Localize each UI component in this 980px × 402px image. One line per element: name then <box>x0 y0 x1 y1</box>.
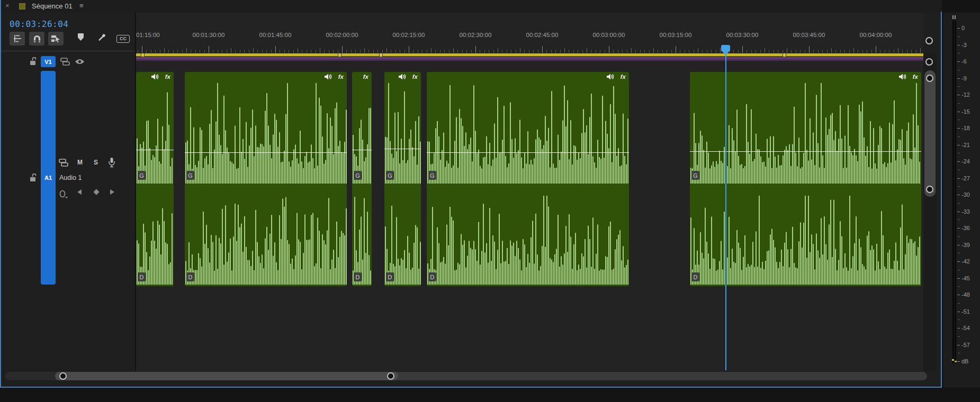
ruler-tick <box>462 50 463 53</box>
nest-toggle-button[interactable] <box>10 32 25 45</box>
clip-fx-badge: fx <box>363 74 368 80</box>
ruler-tick <box>813 50 814 53</box>
v1-eye-icon[interactable] <box>75 58 85 65</box>
ruler-tick <box>400 50 400 53</box>
audio-track-name[interactable]: Audio 1 <box>59 174 82 181</box>
zoom-out-handle[interactable] <box>59 372 67 380</box>
v1-track-badge[interactable]: V1 <box>41 56 56 67</box>
previous-keyframe-button[interactable] <box>77 189 82 195</box>
solo-button[interactable]: S <box>94 159 98 166</box>
horizontal-scroll-track-left[interactable] <box>5 372 58 380</box>
clip-volume-line[interactable] <box>384 149 421 149</box>
ruler-tick <box>818 50 819 53</box>
clip-volume-line[interactable] <box>352 150 372 150</box>
panel-menu-icon[interactable]: ≡ <box>79 2 84 10</box>
ruler-tick <box>898 48 898 53</box>
ruler-tick <box>160 50 160 53</box>
meter-db-label: -36 <box>961 225 970 231</box>
ruler-timecode-label: 00:02:15:00 <box>393 32 425 38</box>
meter-level-dash-left <box>952 359 954 361</box>
ruler-tick <box>627 50 627 53</box>
meter-db-label: -51 <box>961 308 970 315</box>
sequence-tab-title[interactable]: Séquence 01 <box>32 2 73 10</box>
ruler-zoom-handle[interactable] <box>925 37 933 44</box>
ruler-tick <box>440 50 440 53</box>
ruler-tick <box>622 50 623 53</box>
ruler-tick <box>662 50 663 53</box>
voiceover-mic-icon[interactable] <box>108 157 115 168</box>
add-keyframe-button[interactable] <box>93 189 99 195</box>
add-marker-button[interactable] <box>77 33 85 42</box>
ruler-tick <box>298 48 298 53</box>
ruler-tick <box>280 50 280 53</box>
video-scroll-handle[interactable] <box>925 58 933 66</box>
audio-scroll-bottom-handle[interactable] <box>926 186 933 193</box>
zoom-in-handle[interactable] <box>387 372 394 380</box>
ruler-tick <box>329 50 329 53</box>
ruler-tick <box>671 50 672 53</box>
clip-volume-line[interactable] <box>185 152 347 153</box>
v1-track-targeting-icon[interactable] <box>60 58 70 66</box>
ruler-tick <box>653 48 654 53</box>
audio-clip[interactable]: fxGD <box>690 72 921 286</box>
ruler-tick <box>240 50 240 53</box>
meter-db-label: -27 <box>961 175 970 181</box>
audio-clip[interactable]: fxGD <box>136 72 174 286</box>
ruler-tick <box>324 50 325 53</box>
linked-selection-button[interactable] <box>48 32 64 45</box>
ruler-tick <box>902 50 903 53</box>
ruler-tick <box>582 50 583 53</box>
nest-icon <box>13 34 22 43</box>
timeline-settings-button[interactable] <box>97 33 107 43</box>
audio-clip[interactable]: fxGD <box>384 72 421 286</box>
audio-clip[interactable]: fxGD <box>352 72 372 286</box>
close-tab-icon[interactable]: × <box>5 2 10 10</box>
ruler-tick <box>694 50 694 53</box>
next-keyframe-button[interactable] <box>110 189 114 195</box>
mute-button[interactable]: M <box>77 159 83 166</box>
clip-volume-line[interactable] <box>136 150 174 150</box>
ruler-tick <box>453 48 454 53</box>
ruler-tick <box>555 50 556 53</box>
audio-clip[interactable]: fxGD <box>185 72 347 286</box>
clip-volume-line[interactable] <box>690 151 921 152</box>
ruler-tick <box>302 50 302 53</box>
ruler-tick <box>853 48 854 53</box>
ruler-tick <box>889 50 889 53</box>
caption-track-bar[interactable] <box>136 57 923 61</box>
ruler-tick <box>480 50 480 53</box>
v1-lock-icon[interactable] <box>29 57 37 66</box>
ruler-tick <box>822 50 823 53</box>
audio-clip[interactable]: fxGD <box>427 72 629 286</box>
ruler-tick <box>849 50 850 53</box>
a1-track-badge[interactable]: A1 <box>41 71 56 285</box>
ruler-tick <box>778 50 778 53</box>
ruler-tick <box>791 50 792 53</box>
a1-track-targeting-icon[interactable] <box>59 159 68 167</box>
playhead-timecode[interactable]: 00:03:26:04 <box>10 19 68 29</box>
audio-scroll-top-handle[interactable] <box>926 75 933 82</box>
ruler-tick <box>373 50 374 53</box>
show-keyframes-icon[interactable] <box>59 190 68 199</box>
snap-button[interactable] <box>29 32 44 45</box>
ruler-tick <box>720 48 721 53</box>
audio-scroll-thumb[interactable] <box>924 70 936 197</box>
ruler-tick <box>596 50 596 53</box>
ruler-tick <box>809 46 810 53</box>
ruler-tick <box>227 50 227 53</box>
horizontal-scroll-thumb[interactable] <box>55 372 398 380</box>
ruler-tick <box>644 50 645 53</box>
channel-left-badge: G <box>428 171 436 180</box>
ruler-tick <box>307 50 307 53</box>
ruler-tick <box>835 50 836 53</box>
work-area-bar[interactable] <box>136 53 923 57</box>
ruler-tick <box>831 48 832 53</box>
ruler-tick <box>191 50 191 53</box>
clip-volume-line[interactable] <box>427 152 629 153</box>
ruler-tick <box>609 46 609 53</box>
ruler-tick <box>164 48 165 53</box>
meter-db-label: -12 <box>961 92 970 98</box>
channel-right-badge: D <box>691 272 699 281</box>
captions-button[interactable]: CC <box>116 35 130 43</box>
a1-lock-icon[interactable] <box>29 173 37 182</box>
